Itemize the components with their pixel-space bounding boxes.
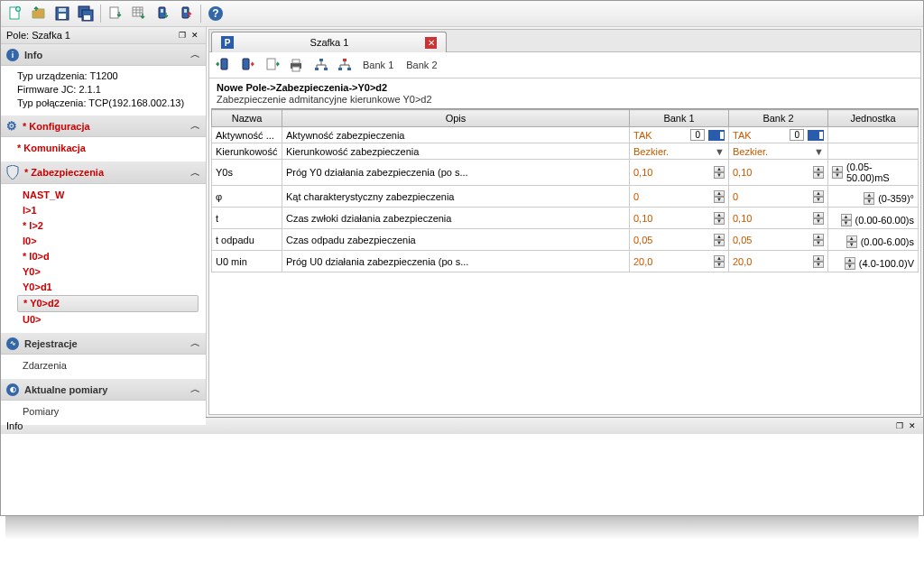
cell-bank2[interactable]: 0,10▲▼ bbox=[729, 208, 828, 229]
cell-bank1[interactable]: 0▲▼ bbox=[630, 186, 729, 208]
tree-zdarzenia[interactable]: Zdarzenia bbox=[17, 358, 199, 374]
info-body: Typ urządzenia: T1200 Firmware JC: 2.1.1… bbox=[1, 66, 206, 115]
tree-item-y0[interactable]: Y0> bbox=[17, 264, 199, 280]
doc-down-icon[interactable] bbox=[105, 3, 126, 24]
cell-bank2[interactable]: TAK0 bbox=[729, 127, 828, 143]
network1-icon[interactable] bbox=[310, 54, 332, 76]
accordion-zabezpieczenia[interactable]: * Zabezpieczenia ︿ bbox=[1, 162, 206, 184]
spinner[interactable]: ▲▼ bbox=[813, 212, 824, 225]
chevron-up-icon: ︿ bbox=[190, 166, 200, 180]
tab-szafka[interactable]: P Szafka 1 ✕ bbox=[211, 32, 447, 52]
device-up-icon[interactable] bbox=[175, 3, 197, 24]
dropdown-icon[interactable]: ▼ bbox=[715, 146, 725, 157]
cell-bank1[interactable]: 0,10▲▼ bbox=[630, 160, 729, 186]
spinner[interactable]: ▲▼ bbox=[864, 192, 874, 205]
cell-unit: ▲▼(0.00-6.00)s bbox=[828, 229, 919, 251]
cell-bank1[interactable]: Bezkier.▼ bbox=[630, 143, 729, 160]
bank1-button[interactable]: Bank 1 bbox=[357, 58, 399, 72]
cell-bank1[interactable]: 0,05▲▼ bbox=[630, 229, 729, 251]
spinner[interactable]: ▲▼ bbox=[845, 257, 855, 270]
cell-bank2[interactable]: 0,10▲▼ bbox=[729, 160, 828, 186]
grid-row: tCzas zwłoki działania zabezpieczenia0,1… bbox=[212, 208, 919, 229]
main-toolbar: ? bbox=[1, 1, 923, 27]
spinner[interactable]: ▲▼ bbox=[813, 234, 824, 246]
tree-item-i2[interactable]: * I>2 bbox=[17, 218, 199, 234]
spinner[interactable]: ▲▼ bbox=[714, 166, 725, 179]
tree-item-i1[interactable]: I>1 bbox=[17, 203, 199, 218]
col-unit[interactable]: Jednostka bbox=[828, 110, 919, 127]
close-panel-icon[interactable]: ✕ bbox=[907, 420, 918, 431]
col-name[interactable]: Nazwa bbox=[212, 110, 282, 127]
network2-icon[interactable] bbox=[334, 54, 356, 76]
bank2-button[interactable]: Bank 2 bbox=[401, 58, 442, 72]
spinner[interactable]: ▲▼ bbox=[813, 255, 824, 268]
cell-bank2[interactable]: Bezkier.▼ bbox=[729, 143, 828, 160]
cell-bank1[interactable]: 20,0▲▼ bbox=[630, 251, 729, 272]
cell-name: t bbox=[212, 208, 282, 229]
cell-bank1[interactable]: TAK0 bbox=[630, 127, 729, 143]
spinner[interactable]: ▲▼ bbox=[846, 235, 857, 248]
spinner[interactable]: ▲▼ bbox=[714, 190, 725, 203]
svg-rect-7 bbox=[84, 15, 90, 20]
save-icon[interactable] bbox=[51, 3, 73, 24]
chevron-up-icon: ︿ bbox=[190, 337, 200, 350]
col-bank2[interactable]: Bank 2 bbox=[729, 110, 828, 127]
cell-desc: Próg U0 działania zabezpieczenia (po s..… bbox=[282, 251, 630, 272]
cell-bank2[interactable]: 0,05▲▼ bbox=[729, 229, 828, 251]
col-bank1[interactable]: Bank 1 bbox=[630, 110, 729, 127]
device-down-icon[interactable] bbox=[152, 3, 173, 24]
toggle[interactable]: 0 bbox=[690, 129, 725, 141]
help-icon[interactable]: ? bbox=[205, 3, 226, 24]
col-desc[interactable]: Opis bbox=[282, 110, 630, 127]
print-icon[interactable] bbox=[285, 54, 307, 76]
tree-item-y0d2[interactable]: * Y0>d2 bbox=[17, 295, 199, 312]
spinner[interactable]: ▲▼ bbox=[841, 214, 852, 226]
breadcrumb-sub: Zabezpieczenie admitancyjne kierunkowe Y… bbox=[209, 93, 920, 108]
undock-icon[interactable]: ❐ bbox=[894, 420, 905, 431]
save-all-icon[interactable] bbox=[75, 3, 97, 24]
tree-pomiary[interactable]: Pomiary bbox=[17, 404, 199, 420]
tree-komunikacja[interactable]: * Komunikacja bbox=[17, 141, 199, 156]
accordion-info[interactable]: i Info ︿ bbox=[1, 44, 206, 66]
close-panel-icon[interactable]: ✕ bbox=[189, 30, 200, 41]
tree-item-nastw[interactable]: NAST_W bbox=[17, 188, 199, 203]
spinner[interactable]: ▲▼ bbox=[813, 190, 824, 203]
new-doc-icon[interactable] bbox=[5, 3, 26, 24]
spinner[interactable]: ▲▼ bbox=[714, 212, 725, 225]
tree-item-u0[interactable]: U0> bbox=[17, 312, 199, 328]
accordion-rejestracje[interactable]: ∿ Rejestracje ︿ bbox=[1, 333, 206, 355]
sidebar: Pole: Szafka 1 ❐ ✕ i Info ︿ Typ urządzen… bbox=[1, 27, 207, 417]
spinner[interactable]: ▲▼ bbox=[813, 166, 824, 179]
grid-down-icon[interactable] bbox=[128, 3, 150, 24]
tree-item-i0d[interactable]: * I0>d bbox=[17, 249, 199, 264]
spinner[interactable]: ▲▼ bbox=[714, 234, 725, 246]
tab-close-icon[interactable]: ✕ bbox=[425, 37, 437, 49]
info-panel-title: Info bbox=[6, 420, 23, 431]
spinner[interactable]: ▲▼ bbox=[832, 166, 843, 179]
svg-rect-18 bbox=[292, 60, 300, 63]
dev-send-icon[interactable] bbox=[236, 54, 258, 76]
tree-item-y0d1[interactable]: Y0>d1 bbox=[17, 280, 199, 295]
firmware: Firmware JC: 2.1.1 bbox=[17, 83, 199, 97]
doc-export-icon[interactable] bbox=[262, 54, 283, 76]
cell-name: φ bbox=[212, 186, 282, 208]
cell-unit bbox=[828, 143, 919, 160]
accordion-pomiary[interactable]: ◐ Aktualne pomiary ︿ bbox=[1, 379, 206, 401]
sub-toolbar: Bank 1 Bank 2 bbox=[209, 52, 920, 78]
content-area: P Szafka 1 ✕ Bank 1 Bank 2 Nowe Pole->Za… bbox=[208, 29, 921, 415]
undock-icon[interactable]: ❐ bbox=[177, 30, 188, 41]
cell-name: Aktywność ... bbox=[212, 127, 282, 143]
tree-item-i0[interactable]: I0> bbox=[17, 234, 199, 249]
cell-name: Y0s bbox=[212, 160, 282, 186]
accordion-config[interactable]: ⚙ * Konfiguracja ︿ bbox=[1, 115, 206, 137]
cell-bank2[interactable]: 20,0▲▼ bbox=[729, 251, 828, 272]
toggle[interactable]: 0 bbox=[790, 129, 824, 141]
open-icon[interactable] bbox=[28, 3, 50, 24]
cell-bank1[interactable]: 0,10▲▼ bbox=[630, 208, 729, 229]
dev-recv-icon[interactable] bbox=[213, 54, 235, 76]
spinner[interactable]: ▲▼ bbox=[714, 255, 725, 268]
dropdown-icon[interactable]: ▼ bbox=[814, 146, 824, 157]
grid-row: KierunkowośćKierunkowość zabezpieczeniaB… bbox=[212, 143, 919, 160]
svg-rect-3 bbox=[59, 14, 66, 19]
cell-bank2[interactable]: 0▲▼ bbox=[729, 186, 828, 208]
